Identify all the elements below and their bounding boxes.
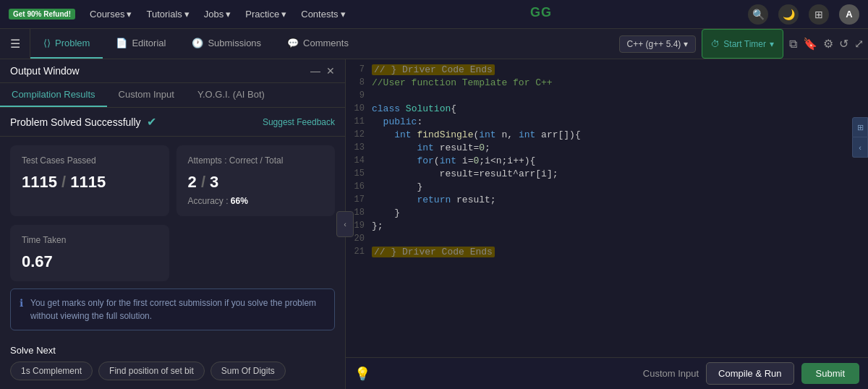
chevron-down-icon: ▾ [226, 9, 231, 20]
minimize-button[interactable]: — [310, 65, 320, 77]
theme-toggle[interactable]: 🌙 [778, 4, 799, 25]
time-taken-label: Time Taken [22, 235, 158, 245]
solved-text: Problem Solved Successfully ✔ [10, 115, 156, 129]
solved-banner: Problem Solved Successfully ✔ Suggest Fe… [0, 108, 345, 137]
toolbar-icons: ⧉ 🔖 ⚙ ↺ ⤢ [789, 29, 864, 59]
settings-icon[interactable]: ⚙ [823, 37, 833, 51]
info-notice: ℹ You get marks only for the first corre… [10, 288, 335, 330]
code-line: 11 public: [346, 116, 868, 129]
left-panel: Output Window — ✕ Compilation Results Cu… [0, 59, 346, 389]
svg-text:G: G [541, 5, 552, 20]
code-line: 7 // } Driver Code Ends [346, 64, 868, 77]
solve-item-2[interactable]: Sum Of Digits [210, 362, 286, 380]
tab-comments[interactable]: 💬 Comments [274, 29, 362, 59]
refresh-icon[interactable]: ↺ [839, 37, 848, 51]
stats-grid: Test Cases Passed 1115 / 1115 Attempts :… [0, 137, 345, 225]
code-line: 21 // } Driver Code Ends [346, 246, 868, 259]
chevron-down-icon: ▾ [184, 9, 190, 20]
solve-next-section: Solve Next 1s Complement Find position o… [0, 338, 345, 385]
nav-courses[interactable]: Courses ▾ [90, 9, 132, 20]
code-line: 8 //User function Template for C++ [346, 77, 868, 90]
grid-icon[interactable]: ⊞ [809, 4, 829, 25]
code-line: 15 result=result^arr[i]; [346, 168, 868, 181]
clock-icon: 🕐 [192, 38, 203, 48]
time-section: Time Taken 0.67 [0, 225, 345, 281]
navbar-right: 🔍 🌙 ⊞ A [748, 4, 859, 25]
lang-selector: C++ (g++ 5.4) ▾ [619, 29, 697, 59]
code-line: 12 int findSingle(int n, int arr[]){ [346, 129, 868, 142]
tab-submissions[interactable]: 🕐 Submissions [179, 29, 274, 59]
tab-editorial[interactable]: 📄 Editorial [103, 29, 179, 59]
copy-icon[interactable]: ⧉ [789, 38, 797, 51]
main-content: Output Window — ✕ Compilation Results Cu… [0, 59, 868, 389]
time-taken-card: Time Taken 0.67 [10, 225, 169, 281]
subtab-custom-input[interactable]: Custom Input [107, 83, 186, 107]
attempts-card: Attempts : Correct / Total 2 / 3 Accurac… [176, 145, 336, 216]
refund-badge[interactable]: Get 90% Refund! [9, 9, 75, 20]
code-line: 16 } [346, 181, 868, 194]
solve-item-0[interactable]: 1s Complement [10, 362, 93, 380]
accuracy-text: Accuracy : 66% [188, 196, 324, 206]
right-panel: 7 // } Driver Code Ends 8 //User functio… [346, 59, 868, 389]
nav-jobs[interactable]: Jobs ▾ [204, 9, 231, 20]
subtab-compilation-results[interactable]: Compilation Results [0, 83, 107, 107]
code-line: 20 [346, 233, 868, 246]
navbar: Get 90% Refund! Courses ▾ Tutorials ▾ Jo… [0, 0, 868, 29]
search-button[interactable]: 🔍 [748, 4, 768, 25]
subtab-bar: Compilation Results Custom Input Y.O.G.I… [0, 83, 345, 108]
bottom-bar: 💡 Custom Input Compile & Run Submit [346, 357, 868, 389]
check-icon: ✔ [147, 115, 156, 129]
subtab-yogi[interactable]: Y.O.G.I. (AI Bot) [186, 83, 276, 107]
tab-bar: ⟨⟩ Problem 📄 Editorial 🕐 Submissions 💬 C… [30, 29, 619, 59]
chevron-down-icon: ▾ [770, 39, 774, 49]
expand-icon[interactable]: ⤢ [854, 37, 864, 51]
custom-input-label: Custom Input [643, 368, 699, 379]
test-cases-card: Test Cases Passed 1115 / 1115 [10, 145, 169, 216]
logo-area: G G [346, 4, 748, 24]
hamburger-menu[interactable]: ☰ [0, 29, 30, 59]
output-window-title: Output Window [10, 65, 80, 77]
info-text: You get marks only for the first correct… [30, 296, 326, 322]
bookmark-icon[interactable]: 🔖 [803, 37, 817, 51]
right-mini-top[interactable]: ⊞ [852, 117, 868, 137]
submit-button[interactable]: Submit [801, 363, 859, 384]
suggest-feedback-link[interactable]: Suggest Feedback [263, 117, 335, 127]
avatar[interactable]: A [839, 4, 859, 25]
solve-item-1[interactable]: Find position of set bit [98, 362, 205, 380]
code-line: 14 for(int i=0;i<n;i++){ [346, 155, 868, 168]
output-header: Output Window — ✕ [0, 59, 345, 83]
solve-next-items: 1s Complement Find position of set bit S… [10, 362, 335, 380]
nav-contests[interactable]: Contests ▾ [301, 9, 345, 20]
comment-icon: 💬 [287, 38, 299, 48]
clock-icon: ⏱ [711, 39, 720, 49]
chevron-down-icon: ▾ [341, 9, 346, 20]
right-mini-panel: ⊞ ‹ [852, 117, 868, 158]
tab-problem[interactable]: ⟨⟩ Problem [30, 29, 103, 59]
test-cases-label: Test Cases Passed [22, 155, 158, 166]
code-line: 10 class Solution{ [346, 103, 868, 116]
chevron-down-icon: ▾ [281, 9, 286, 20]
code-line: 13 int result=0; [346, 142, 868, 155]
code-line: 17 return result; [346, 194, 868, 207]
lang-button[interactable]: C++ (g++ 5.4) ▾ [619, 35, 697, 53]
timer-button[interactable]: ⏱ Start Timer ▾ [702, 29, 783, 59]
chevron-down-icon: ▾ [684, 39, 688, 49]
navbar-left: Get 90% Refund! Courses ▾ Tutorials ▾ Jo… [9, 9, 346, 20]
code-icon: ⟨⟩ [43, 38, 51, 48]
code-line: 19 }; [346, 220, 868, 233]
right-mini-arrow[interactable]: ‹ [852, 137, 868, 158]
editorial-icon: 📄 [116, 38, 127, 48]
close-button[interactable]: ✕ [326, 65, 335, 77]
collapse-handle[interactable]: ‹ [336, 211, 354, 237]
gfg-logo: G G [529, 4, 565, 24]
code-area[interactable]: 7 // } Driver Code Ends 8 //User functio… [346, 59, 868, 357]
nav-practice[interactable]: Practice ▾ [245, 9, 286, 20]
code-line: 9 [346, 90, 868, 103]
nav-tutorials[interactable]: Tutorials ▾ [146, 9, 189, 20]
compile-run-button[interactable]: Compile & Run [706, 362, 793, 385]
attempts-value: 2 / 3 [188, 173, 324, 192]
accuracy-value: 66% [231, 196, 248, 206]
second-bar: ☰ ⟨⟩ Problem 📄 Editorial 🕐 Submissions 💬… [0, 29, 868, 59]
bulb-icon: 💡 [354, 366, 370, 382]
attempts-label: Attempts : Correct / Total [188, 155, 324, 166]
